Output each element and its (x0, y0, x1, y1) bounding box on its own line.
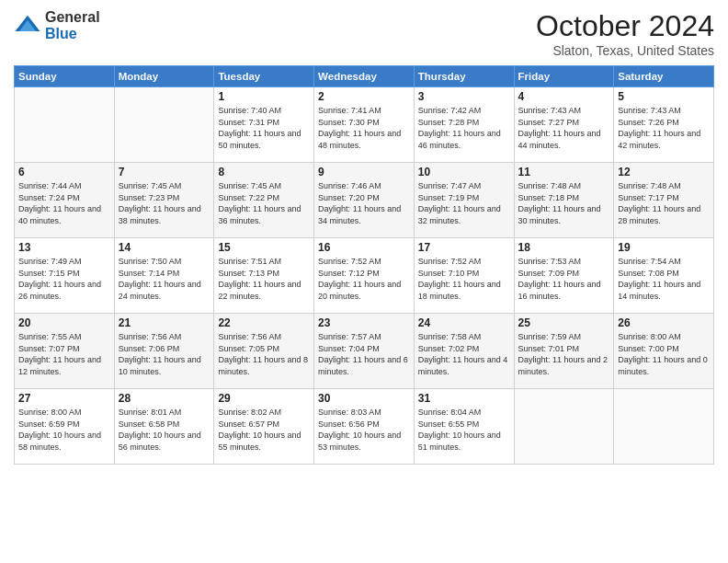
day-number: 21 (119, 316, 210, 329)
day-info: Sunrise: 7:45 AMSunset: 7:22 PMDaylight:… (218, 180, 310, 226)
table-row (614, 389, 714, 465)
col-friday: Friday (514, 66, 614, 87)
col-monday: Monday (114, 66, 214, 87)
header: General Blue October 2024 Slaton, Texas,… (14, 9, 714, 58)
day-info: Sunrise: 7:59 AMSunset: 7:01 PMDaylight:… (518, 331, 610, 377)
title-block: October 2024 Slaton, Texas, United State… (536, 9, 714, 58)
day-number: 8 (218, 166, 310, 178)
table-row: 15Sunrise: 7:51 AMSunset: 7:13 PMDayligh… (214, 238, 314, 314)
table-row: 31Sunrise: 8:04 AMSunset: 6:55 PMDayligh… (414, 389, 514, 465)
table-row: 4Sunrise: 7:43 AMSunset: 7:27 PMDaylight… (514, 87, 614, 163)
logo: General Blue (14, 9, 100, 41)
table-row: 26Sunrise: 8:00 AMSunset: 7:00 PMDayligh… (614, 314, 714, 389)
day-info: Sunrise: 7:54 AMSunset: 7:08 PMDaylight:… (618, 256, 710, 302)
page: General Blue October 2024 Slaton, Texas,… (0, 0, 728, 563)
day-number: 20 (18, 316, 110, 329)
col-tuesday: Tuesday (214, 66, 314, 87)
table-row (114, 87, 214, 163)
day-info: Sunrise: 7:57 AMSunset: 7:04 PMDaylight:… (318, 331, 410, 377)
day-info: Sunrise: 7:40 AMSunset: 7:31 PMDaylight:… (218, 105, 310, 151)
day-number: 26 (618, 316, 710, 329)
table-row: 10Sunrise: 7:47 AMSunset: 7:19 PMDayligh… (414, 163, 514, 238)
day-number: 23 (318, 316, 410, 329)
table-row: 8Sunrise: 7:45 AMSunset: 7:22 PMDaylight… (214, 163, 314, 238)
day-number: 24 (418, 316, 510, 329)
day-info: Sunrise: 8:04 AMSunset: 6:55 PMDaylight:… (418, 407, 510, 453)
day-number: 10 (418, 166, 510, 178)
table-row: 13Sunrise: 7:49 AMSunset: 7:15 PMDayligh… (15, 238, 115, 314)
day-number: 13 (18, 241, 110, 254)
table-row: 11Sunrise: 7:48 AMSunset: 7:18 PMDayligh… (514, 163, 614, 238)
day-info: Sunrise: 8:01 AMSunset: 6:58 PMDaylight:… (119, 407, 210, 453)
day-number: 18 (518, 241, 610, 254)
day-info: Sunrise: 7:52 AMSunset: 7:10 PMDaylight:… (418, 256, 510, 302)
table-row: 21Sunrise: 7:56 AMSunset: 7:06 PMDayligh… (114, 314, 214, 389)
day-info: Sunrise: 7:47 AMSunset: 7:19 PMDaylight:… (418, 180, 510, 226)
table-row: 16Sunrise: 7:52 AMSunset: 7:12 PMDayligh… (314, 238, 415, 314)
col-thursday: Thursday (414, 66, 514, 87)
day-info: Sunrise: 8:00 AMSunset: 6:59 PMDaylight:… (18, 407, 110, 453)
day-info: Sunrise: 7:55 AMSunset: 7:07 PMDaylight:… (18, 331, 110, 377)
month-title: October 2024 (536, 9, 714, 43)
table-row: 20Sunrise: 7:55 AMSunset: 7:07 PMDayligh… (15, 314, 115, 389)
day-info: Sunrise: 7:48 AMSunset: 7:17 PMDaylight:… (618, 180, 710, 226)
table-row: 30Sunrise: 8:03 AMSunset: 6:56 PMDayligh… (314, 389, 415, 465)
table-row: 7Sunrise: 7:45 AMSunset: 7:23 PMDaylight… (114, 163, 214, 238)
day-number: 25 (518, 316, 610, 329)
table-row: 19Sunrise: 7:54 AMSunset: 7:08 PMDayligh… (614, 238, 714, 314)
day-number: 15 (218, 241, 310, 254)
day-number: 27 (18, 392, 110, 405)
table-row: 24Sunrise: 7:58 AMSunset: 7:02 PMDayligh… (414, 314, 514, 389)
logo-text: General Blue (45, 9, 100, 41)
table-row: 5Sunrise: 7:43 AMSunset: 7:26 PMDaylight… (614, 87, 714, 163)
day-number: 11 (518, 166, 610, 178)
table-row: 27Sunrise: 8:00 AMSunset: 6:59 PMDayligh… (15, 389, 115, 465)
col-sunday: Sunday (15, 66, 115, 87)
day-info: Sunrise: 7:49 AMSunset: 7:15 PMDaylight:… (18, 256, 110, 302)
day-number: 30 (318, 392, 410, 405)
day-info: Sunrise: 7:48 AMSunset: 7:18 PMDaylight:… (518, 180, 610, 226)
logo-general-text: General (45, 9, 100, 26)
day-info: Sunrise: 8:03 AMSunset: 6:56 PMDaylight:… (318, 407, 410, 453)
logo-icon (14, 12, 41, 40)
day-number: 12 (618, 166, 710, 178)
day-info: Sunrise: 7:50 AMSunset: 7:14 PMDaylight:… (119, 256, 210, 302)
day-info: Sunrise: 7:44 AMSunset: 7:24 PMDaylight:… (18, 180, 110, 226)
day-info: Sunrise: 7:45 AMSunset: 7:23 PMDaylight:… (119, 180, 210, 226)
day-number: 31 (418, 392, 510, 405)
day-number: 19 (618, 241, 710, 254)
day-number: 14 (119, 241, 210, 254)
table-row: 3Sunrise: 7:42 AMSunset: 7:28 PMDaylight… (414, 87, 514, 163)
day-info: Sunrise: 7:56 AMSunset: 7:05 PMDaylight:… (218, 331, 310, 377)
day-info: Sunrise: 7:42 AMSunset: 7:28 PMDaylight:… (418, 105, 510, 151)
table-row: 22Sunrise: 7:56 AMSunset: 7:05 PMDayligh… (214, 314, 314, 389)
day-info: Sunrise: 7:41 AMSunset: 7:30 PMDaylight:… (318, 105, 410, 151)
day-number: 17 (418, 241, 510, 254)
day-number: 28 (119, 392, 210, 405)
col-saturday: Saturday (614, 66, 714, 87)
day-info: Sunrise: 7:53 AMSunset: 7:09 PMDaylight:… (518, 256, 610, 302)
table-row: 28Sunrise: 8:01 AMSunset: 6:58 PMDayligh… (114, 389, 214, 465)
day-info: Sunrise: 7:43 AMSunset: 7:26 PMDaylight:… (618, 105, 710, 151)
day-info: Sunrise: 7:51 AMSunset: 7:13 PMDaylight:… (218, 256, 310, 302)
day-info: Sunrise: 7:52 AMSunset: 7:12 PMDaylight:… (318, 256, 410, 302)
table-row: 1Sunrise: 7:40 AMSunset: 7:31 PMDaylight… (214, 87, 314, 163)
day-number: 7 (119, 166, 210, 178)
table-row (514, 389, 614, 465)
table-row: 23Sunrise: 7:57 AMSunset: 7:04 PMDayligh… (314, 314, 415, 389)
day-number: 1 (218, 90, 310, 103)
day-info: Sunrise: 7:58 AMSunset: 7:02 PMDaylight:… (418, 331, 510, 377)
day-number: 29 (218, 392, 310, 405)
calendar-week-row: 13Sunrise: 7:49 AMSunset: 7:15 PMDayligh… (15, 238, 714, 314)
calendar-week-row: 20Sunrise: 7:55 AMSunset: 7:07 PMDayligh… (15, 314, 714, 389)
day-info: Sunrise: 7:46 AMSunset: 7:20 PMDaylight:… (318, 180, 410, 226)
table-row: 14Sunrise: 7:50 AMSunset: 7:14 PMDayligh… (114, 238, 214, 314)
day-number: 3 (418, 90, 510, 103)
day-number: 2 (318, 90, 410, 103)
calendar-week-row: 27Sunrise: 8:00 AMSunset: 6:59 PMDayligh… (15, 389, 714, 465)
day-number: 16 (318, 241, 410, 254)
calendar-week-row: 6Sunrise: 7:44 AMSunset: 7:24 PMDaylight… (15, 163, 714, 238)
day-number: 4 (518, 90, 610, 103)
table-row: 18Sunrise: 7:53 AMSunset: 7:09 PMDayligh… (514, 238, 614, 314)
day-info: Sunrise: 7:56 AMSunset: 7:06 PMDaylight:… (119, 331, 210, 377)
